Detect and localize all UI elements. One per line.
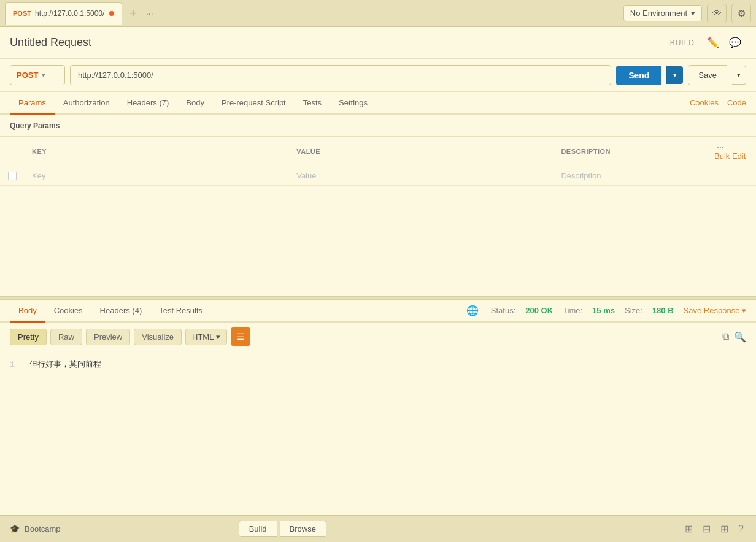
col-key-header: KEY — [25, 137, 289, 166]
query-params-section: Query Params — [0, 115, 756, 137]
tab-body[interactable]: Body — [177, 92, 213, 115]
bootcamp-label: Bootcamp — [25, 524, 61, 533]
response-format-bar: Pretty Raw Preview Visualize HTML ▾ ☰ ⧉ … — [0, 323, 756, 351]
value-cell[interactable]: Value — [289, 166, 554, 186]
resp-tab-test-results[interactable]: Test Results — [150, 300, 211, 323]
more-options-button[interactable]: ··· — [714, 142, 727, 151]
eye-icon-button[interactable]: 👁 — [707, 4, 727, 23]
method-select[interactable]: POST ▾ — [10, 65, 65, 85]
tab-url-text: http://127.0.0.1:5000/ — [35, 9, 104, 18]
footer-browse-button[interactable]: Browse — [280, 521, 326, 537]
key-cell[interactable]: Key — [25, 166, 289, 186]
format-type-value: HTML — [192, 332, 214, 342]
format-right-icons: ⧉ 🔍 — [722, 331, 746, 343]
row-checkbox[interactable] — [8, 172, 17, 180]
tab-unsaved-dot — [109, 11, 114, 16]
col-actions-header: ··· Bulk Edit — [707, 137, 756, 166]
wrap-icon: ☰ — [237, 332, 245, 342]
copy-button[interactable]: ⧉ — [722, 331, 729, 343]
req-tabs-right: Cookies Code — [690, 98, 746, 107]
time-label: Time: — [563, 306, 582, 315]
bootcamp-icon: 🎓 — [10, 524, 20, 533]
line-number: 1 — [10, 360, 15, 369]
comment-button[interactable]: 💬 — [724, 34, 746, 51]
table-row: Key Value Description — [0, 166, 756, 186]
chevron-down-icon: ▾ — [691, 9, 695, 18]
footer-left: 🎓 Bootcamp — [10, 524, 61, 533]
format-type-select[interactable]: HTML ▾ — [185, 329, 227, 345]
settings-icon-button[interactable]: ⚙ — [731, 4, 751, 23]
footer-center: Build Browse — [239, 521, 326, 537]
tab-headers[interactable]: Headers (7) — [118, 92, 178, 115]
tab-method-label: POST — [13, 10, 31, 17]
tab-settings[interactable]: Settings — [330, 92, 376, 115]
request-title-bar: Untitled Request BUILD ✏️ 💬 — [0, 27, 756, 59]
edit-title-button[interactable]: ✏️ — [702, 34, 724, 51]
col-value-header: VALUE — [289, 137, 554, 166]
resp-tab-body[interactable]: Body — [10, 300, 45, 323]
format-tab-raw[interactable]: Raw — [50, 329, 82, 345]
method-chevron-icon: ▾ — [42, 72, 45, 78]
time-value: 15 ms — [592, 306, 615, 315]
top-right-controls: No Environment ▾ 👁 ⚙ — [623, 4, 751, 23]
split-icon-button[interactable]: ⊟ — [700, 522, 713, 536]
format-tab-visualize[interactable]: Visualize — [134, 329, 182, 345]
col-desc-header: DESCRIPTION — [554, 137, 707, 166]
resp-tab-headers[interactable]: Headers (4) — [91, 300, 151, 323]
url-bar: POST ▾ Send ▾ Save ▾ — [0, 59, 756, 92]
tab-pre-request-script[interactable]: Pre-request Script — [213, 92, 295, 115]
row-checkbox-cell — [0, 166, 25, 186]
format-tab-preview[interactable]: Preview — [86, 329, 130, 345]
request-tab[interactable]: POST http://127.0.0.1:5000/ — [5, 2, 122, 25]
cookies-link[interactable]: Cookies — [690, 98, 719, 107]
params-empty-area — [0, 186, 756, 296]
tab-bar: POST http://127.0.0.1:5000/ + ··· No Env… — [0, 0, 756, 27]
response-section: Body Cookies Headers (4) Test Results 🌐 … — [0, 300, 756, 515]
save-response-button[interactable]: Save Response ▾ — [684, 306, 746, 315]
request-title: Untitled Request — [10, 36, 670, 49]
size-value: 180 B — [652, 306, 674, 315]
build-label: BUILD — [670, 39, 695, 47]
format-tab-pretty[interactable]: Pretty — [10, 329, 47, 345]
col-check-header — [0, 137, 25, 166]
format-chevron-icon: ▾ — [216, 332, 220, 342]
layout-icon-button[interactable]: ⊞ — [682, 522, 695, 536]
search-button[interactable]: 🔍 — [734, 331, 746, 343]
help-icon-button[interactable]: ? — [736, 522, 746, 536]
save-dropdown-button[interactable]: ▾ — [732, 66, 746, 85]
environment-label: No Environment — [630, 9, 687, 18]
url-input[interactable] — [70, 65, 611, 85]
tab-params[interactable]: Params — [10, 92, 55, 115]
grid-icon-button[interactable]: ⊞ — [718, 522, 731, 536]
request-tabs: Params Authorization Headers (7) Body Pr… — [0, 92, 756, 115]
footer-build-button[interactable]: Build — [239, 521, 277, 537]
status-value: 200 OK — [525, 306, 553, 315]
globe-icon: 🌐 — [466, 305, 479, 316]
send-dropdown-button[interactable]: ▾ — [666, 66, 683, 84]
desc-cell[interactable]: Description — [554, 166, 707, 186]
resp-tab-cookies[interactable]: Cookies — [45, 300, 91, 323]
add-tab-button[interactable]: + — [125, 8, 141, 19]
query-params-title: Query Params — [10, 121, 60, 130]
response-body: 1 但行好事，莫问前程 — [0, 351, 756, 474]
send-button[interactable]: Send — [616, 66, 662, 85]
response-tabs: Body Cookies Headers (4) Test Results 🌐 … — [0, 300, 756, 323]
word-wrap-button[interactable]: ☰ — [231, 327, 250, 346]
save-response-dropdown-icon: ▾ — [742, 306, 746, 315]
row-actions-cell — [707, 166, 756, 186]
code-link[interactable]: Code — [727, 98, 746, 107]
response-content: 但行好事，莫问前程 — [29, 360, 101, 369]
environment-dropdown[interactable]: No Environment ▾ — [623, 5, 702, 21]
size-label: Size: — [625, 306, 642, 315]
status-label: Status: — [491, 306, 515, 315]
footer: 🎓 Bootcamp Build Browse ⊞ ⊟ ⊞ ? — [0, 515, 756, 542]
tab-tests[interactable]: Tests — [295, 92, 330, 115]
footer-right: ⊞ ⊟ ⊞ ? — [682, 522, 746, 536]
params-table-header: KEY VALUE DESCRIPTION ··· Bulk Edit — [0, 137, 756, 166]
save-button[interactable]: Save — [688, 65, 727, 85]
params-table: KEY VALUE DESCRIPTION ··· Bulk Edit — [0, 137, 756, 186]
bulk-edit-button[interactable]: Bulk Edit — [714, 151, 746, 161]
method-value: POST — [17, 71, 38, 80]
more-tabs-button[interactable]: ··· — [141, 9, 158, 18]
tab-authorization[interactable]: Authorization — [55, 92, 118, 115]
